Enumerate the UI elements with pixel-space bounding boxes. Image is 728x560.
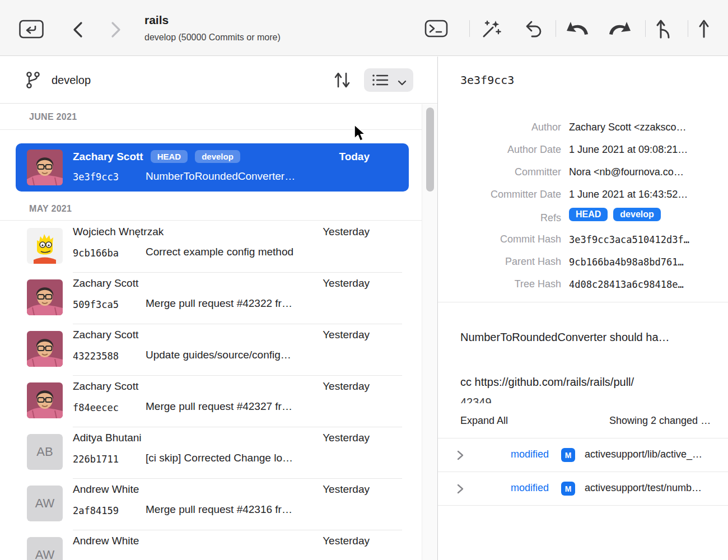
avatar: [27, 228, 63, 264]
head-ref-badge: HEAD: [569, 208, 608, 221]
avatar-initials: AB: [27, 434, 63, 470]
commit-author: Andrew White: [73, 535, 139, 547]
changed-file-row[interactable]: modified M activesupport/test/numb…: [438, 472, 728, 506]
file-status: modified: [477, 449, 549, 460]
commit-hash: 2af84159: [73, 505, 119, 516]
commit-row[interactable]: AW Andrew White Yesterday: [0, 530, 422, 560]
field-value: 3e3f9cc3aca510412d3f…: [569, 234, 728, 245]
avatar: [27, 331, 63, 367]
field-label: Author Date: [438, 144, 561, 156]
app-window: rails develop (50000 Commits or more): [0, 0, 728, 560]
field-label: Committer: [438, 166, 561, 178]
undo-icon[interactable]: [524, 20, 544, 39]
expand-all-button[interactable]: Expand All: [460, 415, 508, 427]
list-view-dropdown[interactable]: [364, 68, 413, 92]
commit-date: Yesterday: [323, 432, 370, 444]
field-label: Committer Date: [438, 189, 561, 200]
commit-row[interactable]: Zachary Scott Yesterday 509f3ca5 Merge p…: [0, 273, 422, 324]
commit-message-clipped: 42349: [460, 396, 492, 403]
commit-author: Zachary Scott: [73, 151, 143, 163]
file-status: modified: [477, 482, 549, 494]
commit-date: Today: [339, 151, 370, 163]
avatar-initials-text: AB: [27, 434, 63, 470]
detail-field-author: Author Zachary Scott <zzaksco…: [438, 117, 728, 139]
commit-author: Zachary Scott: [73, 277, 138, 290]
branch-badge: develop: [195, 150, 240, 163]
publish-icon[interactable]: [698, 18, 710, 39]
window-subtitle: develop (50000 Commits or more): [144, 32, 281, 43]
commit-list: JUNE 2021 Zachary Scott HEAD develop Tod…: [0, 104, 422, 560]
scrollbar-track[interactable]: [422, 104, 437, 560]
commit-row[interactable]: AW Andrew White Yesterday 2af84159 Merge…: [0, 479, 422, 530]
branch-header: develop: [0, 57, 437, 104]
commit-detail-panel: 3e3f9cc3 Author Zachary Scott <zzaksco… …: [438, 57, 728, 560]
section-header: MAY 2021: [0, 197, 422, 221]
forward-icon[interactable]: [109, 20, 123, 39]
chevron-down-icon: [398, 78, 407, 88]
field-label: Author: [438, 122, 561, 133]
commit-row[interactable]: Zachary Scott Yesterday f84eecec Merge p…: [0, 376, 422, 427]
field-value: 4d08c28413a6c98418e…: [569, 279, 728, 290]
commit-hash: 3e3f9cc3: [73, 171, 119, 183]
commit-author: Wojciech Wnętrzak: [73, 226, 164, 238]
commit-hash: 9cb166ba: [73, 248, 119, 259]
toolbar-separator: [688, 20, 688, 37]
push-icon[interactable]: [608, 20, 631, 38]
avatar: [27, 382, 63, 418]
branch-ref-badge: develop: [613, 208, 660, 221]
commit-date: Yesterday: [323, 483, 370, 496]
avatar-initials: AW: [27, 486, 63, 521]
commit-date: Yesterday: [323, 226, 370, 238]
window-title: rails: [144, 13, 169, 27]
commit-date: Yesterday: [323, 329, 370, 341]
commit-hash: 509f3ca5: [73, 299, 119, 310]
commit-message-line: NumberToRoundedConverter should ha…: [460, 331, 670, 344]
file-path: activesupport/lib/active_…: [585, 449, 702, 460]
commit-author: Zachary Scott: [73, 329, 138, 341]
pull-icon[interactable]: [567, 20, 589, 38]
quick-actions-icon[interactable]: [480, 18, 503, 40]
avatar-initials-text: AW: [27, 537, 63, 560]
section-label: MAY 2021: [29, 204, 72, 214]
current-branch-label: develop: [52, 74, 91, 87]
commit-hash: 226b1711: [73, 454, 119, 465]
toolbar-separator: [469, 20, 470, 37]
file-path: activesupport/test/numb…: [585, 482, 702, 494]
commit-message: Merge pull request #42322 fr…: [146, 297, 292, 310]
scrollbar-thumb[interactable]: [426, 108, 434, 192]
field-label: Refs: [438, 212, 561, 224]
field-value: Nora <nb@fournova.co…: [569, 166, 728, 178]
detail-field-committer: Committer Nora <nb@fournova.co…: [438, 162, 728, 184]
terminal-icon[interactable]: [424, 18, 448, 39]
head-badge: HEAD: [151, 150, 188, 163]
commit-row[interactable]: AB Aditya Bhutani Yesterday 226b1711 [ci…: [0, 427, 422, 479]
disclosure-chevron-icon[interactable]: [457, 484, 464, 496]
disclosure-chevron-icon[interactable]: [457, 450, 464, 463]
commit-date: Yesterday: [323, 277, 370, 290]
avatar: [27, 279, 63, 315]
fetch-icon[interactable]: [656, 18, 673, 39]
detail-field-author-date: Author Date 1 June 2021 at 09:08:21…: [438, 139, 728, 162]
open-repository-icon[interactable]: [19, 19, 44, 39]
commit-row[interactable]: Zachary Scott Yesterday 43223588 Update …: [0, 324, 422, 376]
commit-message-line: cc https://github.com/rails/rails/pull/: [460, 376, 634, 389]
field-value: 1 June 2021 at 16:43:52…: [569, 189, 728, 200]
commit-message: Correct example config method: [146, 246, 293, 258]
avatar: [27, 150, 63, 185]
commit-row-selected[interactable]: Zachary Scott HEAD develop Today 3e3f9cc…: [16, 143, 409, 192]
commit-message: Update guides/source/config…: [146, 349, 291, 361]
compare-icon[interactable]: [334, 70, 351, 92]
commit-author: Andrew White: [73, 483, 139, 496]
commit-row[interactable]: Wojciech Wnętrzak Yesterday 9cb166ba Cor…: [0, 221, 422, 273]
commit-message: NumberToRoundedConverter…: [146, 170, 295, 183]
commit-author: Aditya Bhutani: [73, 432, 142, 444]
detail-field-tree-hash: Tree Hash 4d08c28413a6c98418e…: [438, 274, 728, 296]
section-label: JUNE 2021: [29, 112, 77, 122]
commit-message: [ci skip] Corrected Change lo…: [146, 452, 293, 464]
changed-file-row[interactable]: modified M activesupport/lib/active_…: [438, 438, 728, 472]
back-icon[interactable]: [71, 20, 85, 39]
toolbar: rails develop (50000 Commits or more): [0, 0, 728, 56]
field-label: Tree Hash: [438, 278, 561, 290]
detail-field-commit-hash: Commit Hash 3e3f9cc3aca510412d3f…: [438, 229, 728, 251]
commit-date: Yesterday: [323, 380, 370, 393]
